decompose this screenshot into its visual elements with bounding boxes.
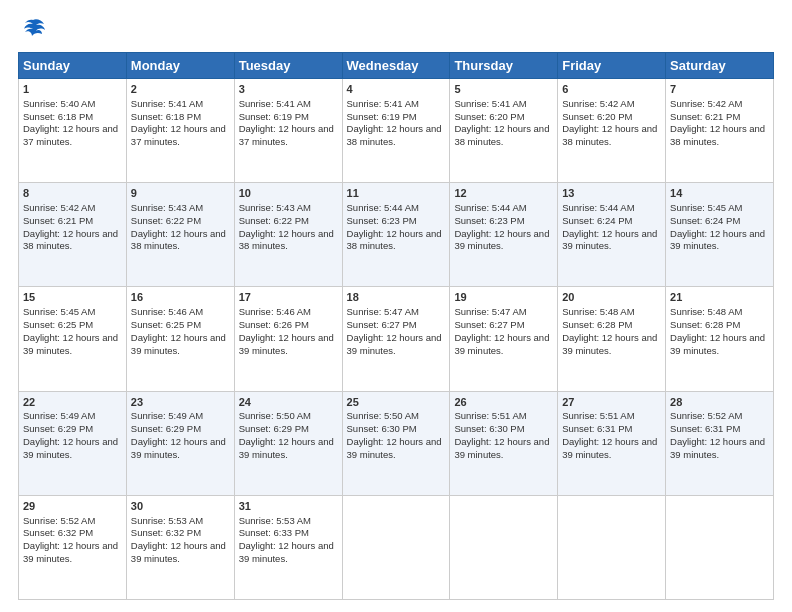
day-number: 15 <box>23 290 122 305</box>
table-row: 2Sunrise: 5:41 AMSunset: 6:18 PMDaylight… <box>126 79 234 183</box>
day-number: 28 <box>670 395 769 410</box>
table-row <box>666 495 774 599</box>
logo-bird-icon <box>20 18 46 40</box>
table-row: 12Sunrise: 5:44 AMSunset: 6:23 PMDayligh… <box>450 183 558 287</box>
calendar-week-row: 8Sunrise: 5:42 AMSunset: 6:21 PMDaylight… <box>19 183 774 287</box>
day-number: 17 <box>239 290 338 305</box>
table-row: 6Sunrise: 5:42 AMSunset: 6:20 PMDaylight… <box>558 79 666 183</box>
table-row: 20Sunrise: 5:48 AMSunset: 6:28 PMDayligh… <box>558 287 666 391</box>
col-tuesday: Tuesday <box>234 53 342 79</box>
day-number: 13 <box>562 186 661 201</box>
day-number: 14 <box>670 186 769 201</box>
col-monday: Monday <box>126 53 234 79</box>
day-number: 18 <box>347 290 446 305</box>
day-number: 1 <box>23 82 122 97</box>
logo <box>18 18 46 42</box>
table-row <box>450 495 558 599</box>
table-row: 14Sunrise: 5:45 AMSunset: 6:24 PMDayligh… <box>666 183 774 287</box>
day-number: 22 <box>23 395 122 410</box>
table-row: 30Sunrise: 5:53 AMSunset: 6:32 PMDayligh… <box>126 495 234 599</box>
table-row: 1Sunrise: 5:40 AMSunset: 6:18 PMDaylight… <box>19 79 127 183</box>
day-number: 24 <box>239 395 338 410</box>
table-row: 10Sunrise: 5:43 AMSunset: 6:22 PMDayligh… <box>234 183 342 287</box>
table-row: 23Sunrise: 5:49 AMSunset: 6:29 PMDayligh… <box>126 391 234 495</box>
table-row: 11Sunrise: 5:44 AMSunset: 6:23 PMDayligh… <box>342 183 450 287</box>
calendar-week-row: 1Sunrise: 5:40 AMSunset: 6:18 PMDaylight… <box>19 79 774 183</box>
day-number: 29 <box>23 499 122 514</box>
table-row: 18Sunrise: 5:47 AMSunset: 6:27 PMDayligh… <box>342 287 450 391</box>
table-row: 16Sunrise: 5:46 AMSunset: 6:25 PMDayligh… <box>126 287 234 391</box>
table-row: 19Sunrise: 5:47 AMSunset: 6:27 PMDayligh… <box>450 287 558 391</box>
day-number: 27 <box>562 395 661 410</box>
day-number: 26 <box>454 395 553 410</box>
col-thursday: Thursday <box>450 53 558 79</box>
day-number: 9 <box>131 186 230 201</box>
table-row: 26Sunrise: 5:51 AMSunset: 6:30 PMDayligh… <box>450 391 558 495</box>
table-row: 27Sunrise: 5:51 AMSunset: 6:31 PMDayligh… <box>558 391 666 495</box>
table-row: 22Sunrise: 5:49 AMSunset: 6:29 PMDayligh… <box>19 391 127 495</box>
day-number: 8 <box>23 186 122 201</box>
day-number: 30 <box>131 499 230 514</box>
day-number: 2 <box>131 82 230 97</box>
day-number: 7 <box>670 82 769 97</box>
day-number: 19 <box>454 290 553 305</box>
day-number: 11 <box>347 186 446 201</box>
table-row: 21Sunrise: 5:48 AMSunset: 6:28 PMDayligh… <box>666 287 774 391</box>
calendar-header-row: Sunday Monday Tuesday Wednesday Thursday… <box>19 53 774 79</box>
col-saturday: Saturday <box>666 53 774 79</box>
col-friday: Friday <box>558 53 666 79</box>
day-number: 5 <box>454 82 553 97</box>
day-number: 23 <box>131 395 230 410</box>
day-number: 12 <box>454 186 553 201</box>
table-row: 13Sunrise: 5:44 AMSunset: 6:24 PMDayligh… <box>558 183 666 287</box>
table-row: 15Sunrise: 5:45 AMSunset: 6:25 PMDayligh… <box>19 287 127 391</box>
calendar-week-row: 22Sunrise: 5:49 AMSunset: 6:29 PMDayligh… <box>19 391 774 495</box>
day-number: 21 <box>670 290 769 305</box>
table-row: 29Sunrise: 5:52 AMSunset: 6:32 PMDayligh… <box>19 495 127 599</box>
table-row: 5Sunrise: 5:41 AMSunset: 6:20 PMDaylight… <box>450 79 558 183</box>
table-row: 25Sunrise: 5:50 AMSunset: 6:30 PMDayligh… <box>342 391 450 495</box>
calendar-table: Sunday Monday Tuesday Wednesday Thursday… <box>18 52 774 600</box>
day-number: 20 <box>562 290 661 305</box>
day-number: 4 <box>347 82 446 97</box>
table-row: 7Sunrise: 5:42 AMSunset: 6:21 PMDaylight… <box>666 79 774 183</box>
day-number: 16 <box>131 290 230 305</box>
table-row: 28Sunrise: 5:52 AMSunset: 6:31 PMDayligh… <box>666 391 774 495</box>
calendar-week-row: 29Sunrise: 5:52 AMSunset: 6:32 PMDayligh… <box>19 495 774 599</box>
day-number: 25 <box>347 395 446 410</box>
table-row: 31Sunrise: 5:53 AMSunset: 6:33 PMDayligh… <box>234 495 342 599</box>
table-row: 9Sunrise: 5:43 AMSunset: 6:22 PMDaylight… <box>126 183 234 287</box>
table-row: 4Sunrise: 5:41 AMSunset: 6:19 PMDaylight… <box>342 79 450 183</box>
day-number: 3 <box>239 82 338 97</box>
calendar-week-row: 15Sunrise: 5:45 AMSunset: 6:25 PMDayligh… <box>19 287 774 391</box>
table-row <box>342 495 450 599</box>
header <box>18 18 774 42</box>
day-number: 10 <box>239 186 338 201</box>
day-number: 31 <box>239 499 338 514</box>
table-row: 3Sunrise: 5:41 AMSunset: 6:19 PMDaylight… <box>234 79 342 183</box>
table-row: 24Sunrise: 5:50 AMSunset: 6:29 PMDayligh… <box>234 391 342 495</box>
col-wednesday: Wednesday <box>342 53 450 79</box>
table-row: 8Sunrise: 5:42 AMSunset: 6:21 PMDaylight… <box>19 183 127 287</box>
day-number: 6 <box>562 82 661 97</box>
col-sunday: Sunday <box>19 53 127 79</box>
table-row <box>558 495 666 599</box>
page: Sunday Monday Tuesday Wednesday Thursday… <box>0 0 792 612</box>
table-row: 17Sunrise: 5:46 AMSunset: 6:26 PMDayligh… <box>234 287 342 391</box>
